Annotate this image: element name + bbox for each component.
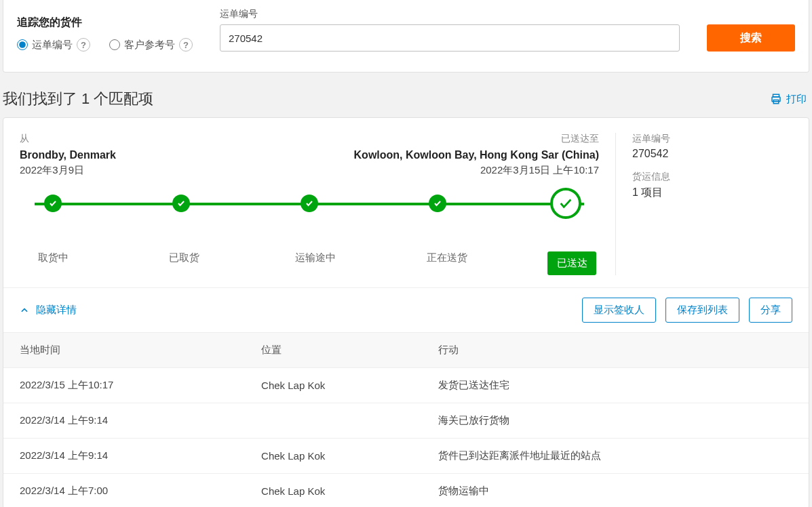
tracking-search-panel: 追踪您的货件 运单编号 ? 客户参考号 ? 运单编号 搜索: [3, 0, 809, 73]
events-table: 当地时间 位置 行动 2022/3/15 上午10:17 Chek Lap Ko…: [3, 332, 809, 507]
toggle-details-button[interactable]: 隐藏详情: [20, 304, 77, 317]
origin-date: 2022年3月9日: [20, 164, 116, 177]
show-pod-button[interactable]: 显示签收人: [582, 298, 656, 323]
header-time: 当地时间: [3, 333, 245, 368]
cell-action: 货件已到达距离派件地址最近的站点: [422, 439, 809, 474]
step-picked-up: 已取货: [154, 251, 215, 275]
printer-icon: [770, 93, 782, 105]
results-header: 我们找到了 1 个匹配项 打印: [0, 73, 812, 117]
origin-block: 从 Brondby, Denmark 2022年3月9日: [20, 133, 116, 177]
check-icon: [429, 195, 446, 212]
radio-customer-reference[interactable]: 客户参考号 ?: [109, 38, 193, 52]
cell-location: Chek Lap Kok: [245, 368, 422, 403]
progress-tracker: 取货中 已取货 运输途中 正在送货 已送达: [20, 203, 599, 275]
header-location: 位置: [245, 333, 422, 368]
header-action: 行动: [422, 333, 809, 368]
step-delivered-badge: 已送达: [547, 251, 596, 275]
cell-action: 海关已放行货物: [422, 403, 809, 439]
track-title: 追踪您的货件: [17, 16, 193, 30]
print-label: 打印: [786, 93, 807, 106]
radio-tracking-number[interactable]: 运单编号 ?: [17, 38, 90, 52]
step-pickup-pending: 取货中: [22, 251, 83, 275]
action-buttons: 显示签收人 保存到列表 分享: [582, 298, 792, 323]
toggle-details-label: 隐藏详情: [36, 304, 77, 317]
check-icon: [550, 188, 581, 219]
cell-time: 2022/3/15 上午10:17: [3, 368, 245, 403]
cell-location: Chek Lap Kok: [245, 474, 422, 508]
progress-node: [22, 195, 83, 219]
cell-location: [245, 403, 422, 439]
radio-customer-reference-input[interactable]: [109, 39, 120, 50]
check-icon: [301, 195, 318, 212]
destination-date: 2022年3月15日 上午10:17: [354, 164, 599, 177]
save-to-list-button[interactable]: 保存到列表: [665, 298, 739, 323]
help-icon[interactable]: ?: [77, 38, 90, 52]
check-icon: [172, 195, 190, 212]
radio-tracking-number-label: 运单编号: [32, 39, 73, 52]
meta-shipment-info: 货运信息 1 项目: [632, 171, 792, 200]
table-row: 2022/3/14 上午9:14 海关已放行货物: [3, 403, 809, 439]
destination-label: 已送达至: [354, 133, 599, 145]
cell-action: 发货已送达住宅: [422, 368, 809, 403]
progress-node: [279, 195, 340, 219]
tracking-field-section: 运单编号: [220, 8, 680, 52]
meta-tracking-label: 运单编号: [632, 133, 792, 145]
tracking-field-label: 运单编号: [220, 8, 680, 20]
destination-block: 已送达至 Kowloon, Kowloon Bay, Hong Kong Sar…: [354, 133, 599, 177]
cell-time: 2022/3/14 上午9:14: [3, 439, 245, 474]
share-button[interactable]: 分享: [749, 298, 792, 323]
cell-time: 2022/3/14 上午9:14: [3, 403, 245, 439]
cell-action: 货物运输中: [422, 474, 809, 508]
table-header-row: 当地时间 位置 行动: [3, 333, 809, 368]
step-in-transit: 运输途中: [285, 251, 346, 275]
progress-node: [151, 195, 212, 219]
results-count-title: 我们找到了 1 个匹配项: [3, 89, 153, 109]
table-row: 2022/3/14 上午9:14 Chek Lap Kok 货件已到达距离派件地…: [3, 439, 809, 474]
chevron-up-icon: [20, 306, 29, 315]
meta-tracking-number: 运单编号 270542: [632, 133, 792, 160]
meta-info-value: 1 项目: [632, 186, 792, 200]
meta-tracking-value: 270542: [632, 148, 792, 160]
shipment-summary: 从 Brondby, Denmark 2022年3月9日 已送达至 Kowloo…: [3, 118, 809, 287]
radio-tracking-number-input[interactable]: [17, 39, 28, 50]
step-out-for-delivery: 正在送货: [417, 251, 478, 275]
help-icon[interactable]: ?: [179, 38, 193, 52]
route-info: 从 Brondby, Denmark 2022年3月9日 已送达至 Kowloo…: [20, 133, 616, 275]
cell-time: 2022/3/14 上午7:00: [3, 474, 245, 508]
search-type-radios: 运单编号 ? 客户参考号 ?: [17, 38, 193, 52]
destination-location: Kowloon, Kowloon Bay, Hong Kong Sar (Chi…: [354, 149, 599, 161]
meta-info-label: 货运信息: [632, 171, 792, 183]
progress-node: [407, 195, 468, 219]
search-type-section: 追踪您的货件 运单编号 ? 客户参考号 ?: [17, 16, 193, 52]
tracking-number-input[interactable]: [220, 24, 680, 52]
cell-location: Chek Lap Kok: [245, 439, 422, 474]
origin-label: 从: [20, 133, 116, 145]
shipment-result-card: 从 Brondby, Denmark 2022年3月9日 已送达至 Kowloo…: [3, 117, 809, 507]
detail-actions-row: 隐藏详情 显示签收人 保存到列表 分享: [3, 287, 809, 332]
table-row: 2022/3/14 上午7:00 Chek Lap Kok 货物运输中: [3, 474, 809, 508]
shipment-meta: 运单编号 270542 货运信息 1 项目: [616, 133, 792, 275]
table-row: 2022/3/15 上午10:17 Chek Lap Kok 发货已送达住宅: [3, 368, 809, 403]
search-button[interactable]: 搜索: [707, 24, 795, 52]
radio-customer-reference-label: 客户参考号: [124, 39, 175, 52]
check-icon: [44, 195, 62, 212]
origin-location: Brondby, Denmark: [20, 149, 116, 161]
progress-node-final: [535, 195, 596, 219]
print-button[interactable]: 打印: [770, 93, 807, 106]
